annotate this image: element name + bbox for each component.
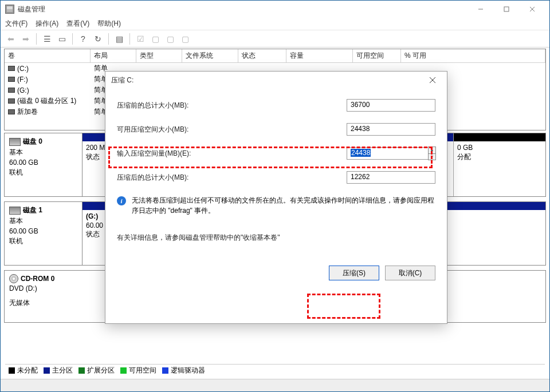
cdrom-icon <box>9 274 18 283</box>
info-message: i 无法将卷压缩到超出任何不可移动的文件所在的点。有关完成该操作时间的详细信息，… <box>117 195 435 216</box>
partition-unallocated[interactable]: 0 GB分配 <box>454 133 545 196</box>
partition-name: (G:) <box>86 212 98 220</box>
separator <box>108 33 109 45</box>
refresh-icon[interactable]: ↻ <box>92 33 104 45</box>
col-capacity[interactable]: 容量 <box>286 49 353 63</box>
disk-size: 60.00 GB <box>9 227 77 235</box>
swatch-logical <box>162 367 168 374</box>
disk-type: 基本 <box>9 148 77 157</box>
legend-label: 扩展分区 <box>87 366 115 375</box>
col-fs[interactable]: 文件系统 <box>182 49 238 63</box>
spin-up-icon[interactable]: ▲ <box>429 147 435 154</box>
legend-label: 逻辑驱动器 <box>171 366 205 375</box>
after-size-label: 压缩后的总计大小(MB): <box>117 173 347 183</box>
dialog-close-button[interactable] <box>424 72 441 89</box>
partition-status: 状态 <box>86 230 106 239</box>
back-icon[interactable]: ⬅ <box>5 33 17 45</box>
partition-size: 200 M <box>86 144 106 153</box>
swatch-free <box>120 367 127 374</box>
disk-title: 磁盘 1 <box>23 205 42 215</box>
shrink-amount-input[interactable]: 24438 ▲▼ <box>347 147 435 160</box>
volume-list-header: 卷 布局 类型 文件系统 状态 容量 可用空间 % 可用 <box>5 49 545 63</box>
help-icon[interactable]: ? <box>77 33 89 45</box>
available-shrink-label: 可用压缩空间大小(MB): <box>117 125 347 134</box>
menubar: 文件(F) 操作(A) 查看(V) 帮助(H) <box>1 18 549 30</box>
volume-icon <box>8 77 15 82</box>
volume-name: 新加卷 <box>17 107 38 117</box>
volume-icon <box>8 98 15 104</box>
minimize-button[interactable] <box>467 1 493 18</box>
help-text: 有关详细信息，请参阅磁盘管理帮助中的"收缩基本卷" <box>117 233 435 243</box>
legend-label: 主分区 <box>52 366 73 375</box>
swatch-primary <box>44 367 50 374</box>
app-icon <box>5 5 14 14</box>
col-type[interactable]: 类型 <box>136 49 182 63</box>
volume-icon <box>8 66 15 71</box>
info-text: 无法将卷压缩到超出任何不可移动的文件所在的点。有关完成该操作时间的详细信息，请参… <box>132 195 435 216</box>
menu-file[interactable]: 文件(F) <box>5 19 28 29</box>
forward-icon[interactable]: ➡ <box>20 33 32 45</box>
col-free[interactable]: 可用空间 <box>353 49 401 63</box>
close-button[interactable] <box>519 1 545 18</box>
menu-help[interactable]: 帮助(H) <box>97 19 121 29</box>
volume-icon <box>8 109 15 114</box>
dialog-body: 压缩前的总计大小(MB): 36700 可用压缩空间大小(MB): 24438 … <box>105 89 447 287</box>
volume-icon <box>8 88 15 93</box>
shrink-amount-value: 24438 <box>351 149 371 157</box>
available-shrink-value: 24438 <box>347 123 435 136</box>
disk-state: 联机 <box>9 168 77 177</box>
shrink-button[interactable]: 压缩(S) <box>329 266 379 280</box>
tool-icon[interactable]: ☑ <box>135 33 146 45</box>
partition-size: 0 GB <box>457 144 542 153</box>
window-title: 磁盘管理 <box>18 5 467 14</box>
view-top-icon[interactable]: ☰ <box>41 33 53 45</box>
volume-name: (G:) <box>17 86 29 94</box>
cancel-button[interactable]: 取消(C) <box>385 266 435 280</box>
tool-icon[interactable]: ▢ <box>164 33 176 45</box>
partition-status: 状态 <box>86 153 106 162</box>
toolbar: ⬅ ➡ ☰ ▭ ? ↻ ▤ ☑ ▢ ▢ ▢ <box>1 30 549 47</box>
shrink-dialog: 压缩 C: 压缩前的总计大小(MB): 36700 可用压缩空间大小(MB): … <box>105 71 447 324</box>
col-status[interactable]: 状态 <box>238 49 286 63</box>
status-bar <box>1 379 549 391</box>
partition-size: 60.00 <box>86 221 106 231</box>
disk-size: 60.00 GB <box>9 159 77 167</box>
spin-down-icon[interactable]: ▼ <box>429 154 435 160</box>
col-pct[interactable]: % 可用 <box>401 49 545 63</box>
col-volume[interactable]: 卷 <box>5 49 91 63</box>
swatch-extended <box>78 367 85 374</box>
disk-info: 磁盘 1 基本 60.00 GB 联机 <box>5 202 82 265</box>
volume-name: (磁盘 0 磁盘分区 1) <box>17 96 76 106</box>
disk-icon <box>9 207 21 215</box>
maximize-button[interactable] <box>493 1 519 18</box>
menu-view[interactable]: 查看(V) <box>66 19 89 29</box>
titlebar: 磁盘管理 <box>1 1 549 18</box>
disk-title: CD-ROM 0 <box>21 275 54 283</box>
dialog-title: 压缩 C: <box>111 76 424 85</box>
col-layout[interactable]: 布局 <box>91 49 136 63</box>
after-size-value: 12262 <box>347 171 435 184</box>
separator <box>36 33 37 45</box>
disk-title: 磁盘 0 <box>23 137 42 146</box>
menu-action[interactable]: 操作(A) <box>36 19 58 29</box>
disk-state: 联机 <box>9 236 77 246</box>
legend: 未分配 主分区 扩展分区 可用空间 逻辑驱动器 <box>5 364 545 377</box>
disk-info: CD-ROM 0 DVD (D:) 无媒体 <box>5 271 82 322</box>
info-icon: i <box>117 196 126 205</box>
legend-label: 可用空间 <box>129 366 156 375</box>
partition-stripe <box>454 133 545 141</box>
dialog-titlebar: 压缩 C: <box>105 72 447 89</box>
tool-icon[interactable]: ▢ <box>150 33 161 45</box>
volume-name: (F:) <box>17 76 28 84</box>
shrink-amount-label: 输入压缩空间量(MB)(E): <box>117 149 347 159</box>
tool-icon[interactable]: ▢ <box>179 33 191 45</box>
disk-icon <box>9 138 21 146</box>
settings-icon[interactable]: ▤ <box>113 33 125 45</box>
svg-rect-1 <box>504 7 509 11</box>
before-size-value: 36700 <box>347 99 435 112</box>
disk-type: 基本 <box>9 216 77 226</box>
spinner-buttons[interactable]: ▲▼ <box>428 146 436 160</box>
disk-info: 磁盘 0 基本 60.00 GB 联机 <box>5 133 82 196</box>
view-bottom-icon[interactable]: ▭ <box>56 33 68 45</box>
before-size-label: 压缩前的总计大小(MB): <box>117 101 347 110</box>
